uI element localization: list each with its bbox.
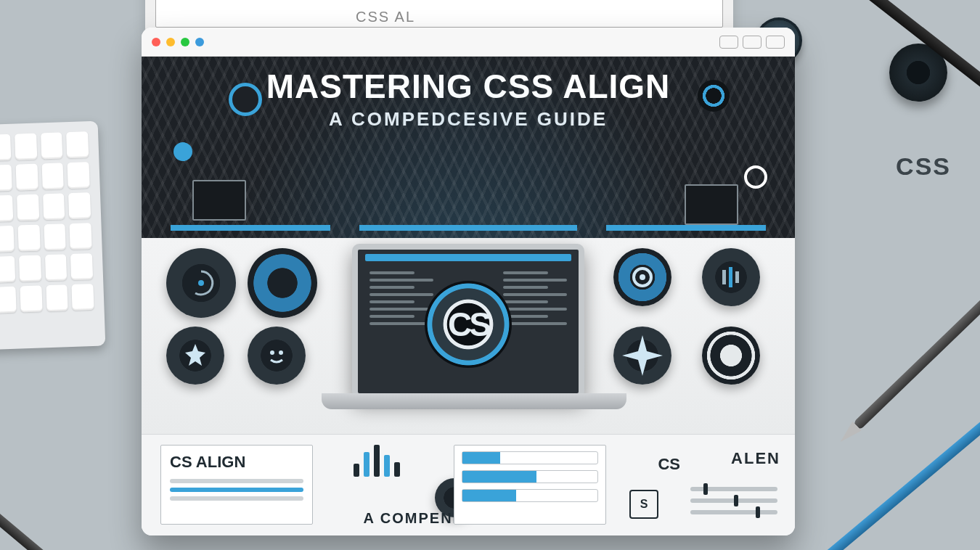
cube-icon: S	[629, 490, 658, 519]
browser-window: MASTERING CSS ALIGN A COMPEDCESIVE GUIDE…	[142, 28, 795, 535]
burst-icon	[166, 327, 224, 385]
cube-label: S	[640, 498, 648, 511]
footer-panel-left: CS ALIGN	[160, 445, 313, 525]
svg-point-6	[270, 350, 274, 355]
tablet-header-label: CSS AL	[356, 9, 415, 25]
ui-card-icon	[192, 180, 246, 221]
concentric-icon	[702, 327, 760, 385]
toolbar-button-3[interactable]	[766, 36, 785, 49]
footer-align-label: ALEN	[731, 449, 780, 468]
sparkle-icon	[613, 327, 671, 385]
hero-title: MASTERING CSS ALIGN	[266, 70, 671, 104]
window-extra-icon[interactable]	[195, 38, 204, 46]
accent-bar-icon	[171, 225, 330, 231]
laptop-illustration: CS	[352, 244, 584, 399]
toolbar-button-1[interactable]	[719, 36, 738, 49]
text-line-icon	[170, 479, 303, 483]
accent-bar-icon	[606, 225, 766, 231]
css-align-badge: CSS ALGN	[248, 248, 317, 318]
circle-accent-icon	[173, 142, 192, 161]
svg-rect-4	[729, 267, 732, 287]
footer-panel-title: CS ALIGN	[161, 446, 312, 475]
ui-card-icon	[685, 184, 738, 225]
spiral-icon	[166, 248, 236, 318]
svg-point-2	[640, 274, 645, 280]
columns-icon	[702, 248, 760, 306]
window-titlebar	[142, 28, 795, 57]
code-lines-icon	[369, 271, 433, 325]
laptop-tabbar-icon	[365, 254, 571, 261]
row-bar-icon	[462, 489, 598, 502]
face-icon	[248, 327, 306, 385]
sliders-icon	[690, 480, 777, 523]
svg-point-0	[198, 280, 204, 286]
window-controls	[152, 38, 204, 46]
text-line-icon	[170, 496, 303, 501]
footer-panel-right	[454, 445, 606, 525]
window-zoom-icon[interactable]	[181, 38, 189, 46]
accent-bar-icon	[359, 225, 577, 231]
target-ring-icon	[229, 83, 262, 116]
cs-logo-label: CS	[448, 305, 489, 344]
pencil-gray-prop	[852, 282, 980, 431]
hero-subtitle: A COMPEDCESIVE GUIDE	[329, 108, 608, 131]
equalizer-icon	[354, 445, 404, 477]
swirl-icon	[613, 248, 671, 306]
svg-point-7	[279, 350, 283, 355]
footer-cs-label: CS	[658, 455, 680, 474]
circle-outline-icon	[744, 165, 767, 189]
desk-side-label: CSS	[896, 152, 951, 181]
hero-banner: MASTERING CSS ALIGN A COMPEDCESIVE GUIDE	[142, 57, 795, 238]
target-ring-icon	[698, 80, 730, 112]
svg-rect-5	[735, 271, 739, 283]
window-minimize-icon[interactable]	[166, 38, 175, 46]
footer-strip: CS ALIGN A COMPENESIVE GUIDE CS ALEN S	[142, 434, 795, 535]
text-line-icon	[170, 488, 303, 492]
svg-rect-3	[722, 270, 726, 284]
row-bar-icon	[462, 470, 598, 483]
window-close-icon[interactable]	[152, 38, 160, 46]
infographic-grid: CSS ALGN CS	[142, 238, 795, 434]
keyboard-prop	[0, 121, 105, 351]
code-lines-icon	[503, 271, 567, 325]
row-bar-icon	[462, 451, 598, 464]
toolbar-button-2[interactable]	[743, 36, 761, 49]
pen-bottom-prop	[0, 507, 159, 550]
cs-logo-icon: CS	[425, 281, 512, 368]
